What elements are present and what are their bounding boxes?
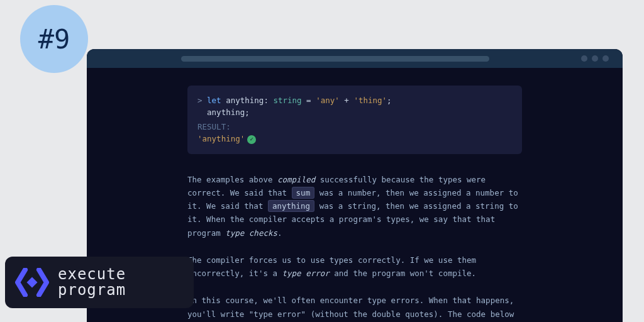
lesson-paragraph: The examples above compiled successfully… (187, 173, 522, 240)
traffic-dot (592, 55, 598, 62)
code-example-1: > let anything: string = 'any' + 'thing'… (187, 86, 522, 154)
code-line: anything; (197, 106, 512, 118)
code-pill: anything (268, 200, 314, 212)
svg-rect-0 (27, 277, 38, 288)
window-controls (581, 55, 609, 62)
checkmark-icon: ✓ (247, 135, 256, 144)
rank-badge: #9 (20, 5, 88, 73)
lesson-paragraph: The compiler forces us to use types corr… (187, 253, 522, 280)
address-bar-placeholder (181, 56, 489, 62)
result-label: RESULT: (197, 121, 512, 133)
traffic-dot (581, 55, 587, 62)
lesson-paragraph: In this course, we'll often encounter ty… (187, 294, 522, 322)
brand-card: execute program (5, 257, 194, 308)
traffic-dot (602, 55, 609, 62)
title-bar (87, 49, 623, 68)
code-line: > let anything: string = 'any' + 'thing'… (197, 94, 512, 106)
rank-number: #9 (38, 24, 70, 55)
code-pill: sum (292, 187, 315, 199)
brand-logo-icon (15, 268, 49, 297)
brand-name: execute program (58, 267, 126, 298)
result-value: 'anything'✓ (197, 133, 512, 145)
